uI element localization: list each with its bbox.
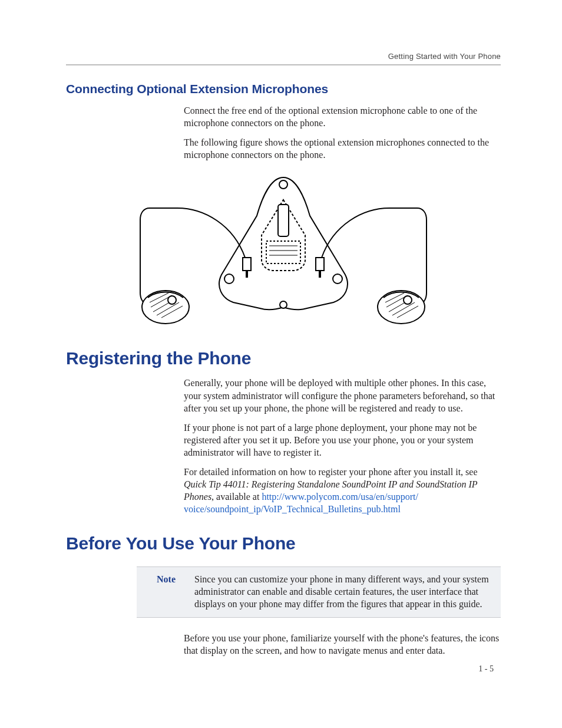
body-connecting: Connect the free end of the optional ext… [184, 104, 501, 161]
svg-rect-10 [316, 258, 324, 271]
para-reg-2: If your phone is not part of a large pho… [184, 421, 501, 459]
body-before-use: Before you use your phone, familiarize y… [184, 632, 501, 657]
para-reg-1: Generally, your phone will be deployed w… [184, 377, 501, 414]
diagram-extension-mics [133, 172, 434, 331]
svg-point-18 [168, 296, 176, 304]
para-connect-1: Connect the free end of the optional ext… [184, 104, 501, 129]
reg-intro-text: For detailed information on how to regis… [184, 467, 478, 477]
svg-point-1 [224, 274, 234, 284]
svg-point-0 [279, 180, 287, 189]
heading-registering: Registering the Phone [66, 348, 501, 368]
svg-point-3 [280, 301, 287, 308]
svg-point-25 [404, 296, 412, 304]
note-text: Since you can customize your phone in ma… [194, 573, 490, 610]
heading-connecting: Connecting Optional Extension Microphone… [66, 82, 501, 96]
body-registering: Generally, your phone will be deployed w… [184, 377, 501, 515]
heading-before-use: Before You Use Your Phone [66, 533, 501, 554]
svg-point-19 [378, 291, 425, 324]
svg-rect-8 [243, 258, 251, 271]
header-rule [66, 64, 501, 65]
svg-point-2 [333, 274, 342, 284]
svg-point-12 [142, 291, 189, 324]
reg-after-text: , available at [211, 492, 262, 502]
svg-rect-4 [278, 205, 289, 236]
link-support-1[interactable]: http://www.polycom.com/usa/en/support/ [262, 492, 418, 502]
para-reg-3: For detailed information on how to regis… [184, 466, 501, 515]
link-support-2[interactable]: voice/soundpoint_ip/VoIP_Technical_Bulle… [184, 504, 401, 514]
para-before-1: Before you use your phone, familiarize y… [184, 632, 501, 657]
page-number: 1 - 5 [478, 664, 494, 674]
note-label: Note [147, 573, 176, 585]
figure-ext-mics [66, 172, 501, 331]
para-connect-2: The following figure shows the optional … [184, 136, 501, 161]
running-header: Getting Started with Your Phone [66, 52, 501, 61]
note-box: Note Since you can customize your phone … [137, 566, 501, 618]
